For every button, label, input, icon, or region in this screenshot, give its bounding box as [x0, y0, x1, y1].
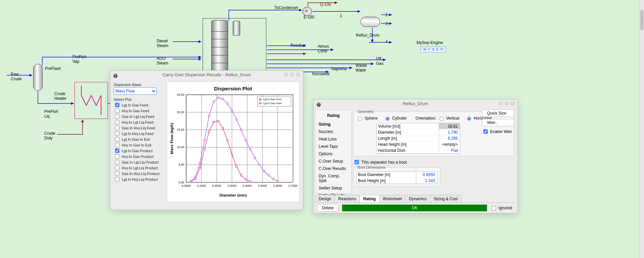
unit-preflash-label[interactable]: PreFlash	[45, 66, 61, 71]
svg-text:Lgt In Gas Feed: Lgt In Gas Feed	[263, 102, 282, 105]
nav-item[interactable]: Heat Loss	[315, 135, 352, 143]
stream-3[interactable]: 3	[385, 22, 388, 26]
plot-option[interactable]: Lgt.In Hvy.Liq.Feed	[114, 131, 164, 136]
tab[interactable]: Rating	[360, 195, 379, 203]
dialog-title-text: Carry Over Dispersion Results - Reflux_D…	[163, 72, 251, 77]
tab[interactable]: Sizing & Cost	[430, 195, 462, 203]
nav-item[interactable]: Nozzles	[315, 128, 352, 135]
delete-button[interactable]: Delete	[317, 204, 339, 212]
nav-item[interactable]: C.Over Results	[315, 165, 352, 172]
tab[interactable]: Design	[315, 195, 335, 203]
unit-e100[interactable]	[303, 7, 312, 16]
tab[interactable]: Reactions	[334, 195, 360, 203]
plot-option[interactable]: Hvy.In Gas Feed	[114, 108, 164, 114]
plot-option[interactable]: Gas In Lgt.Liq Product	[114, 159, 164, 165]
nav-item[interactable]: Level Taps	[315, 143, 352, 150]
shape-cylinder-radio[interactable]: Cylinder	[384, 116, 407, 121]
enable-weir-checkbox[interactable]: Enable Weir	[482, 128, 514, 135]
svg-rect-60	[245, 139, 247, 141]
nav-item[interactable]: Sizing	[315, 121, 352, 128]
boot-legend: Boot Dimensions	[356, 165, 387, 169]
svg-rect-63	[259, 164, 260, 166]
geometry-table[interactable]: Volume [m3]16.61Diameter [m]1.790Length …	[376, 123, 460, 154]
nav-item[interactable]: Options	[315, 150, 352, 158]
status-ok-bar: OK	[342, 205, 487, 211]
stream-to-condenser[interactable]: ToCondenser	[274, 5, 298, 10]
unit-mysep-engine-label[interactable]: MySep-Engine	[417, 40, 443, 45]
canvas-scrollbar[interactable]	[639, 0, 644, 258]
dispersion-basis-select[interactable]: Mass Flow	[114, 87, 157, 95]
ignored-checkbox[interactable]: Ignored	[490, 205, 512, 211]
plot-option[interactable]: Lgt In Gas to Exit	[114, 136, 164, 142]
weir-button[interactable]: Weir..	[482, 119, 514, 126]
svg-rect-74	[217, 120, 219, 122]
plot-option[interactable]: Gas In Hvy.Liq.Feed	[114, 125, 164, 131]
svg-rect-45	[186, 95, 293, 182]
stream-crude-duty[interactable]: Crude Duty	[44, 131, 55, 140]
plot-option[interactable]: Lgt In Hvy.Liq.Product	[114, 176, 164, 182]
svg-rect-50	[199, 162, 201, 164]
stream-kerosene[interactable]: Kerosene	[312, 72, 329, 76]
plot-option[interactable]: Hvy.In Lgt.Liq.Feed	[114, 119, 164, 125]
plot-option[interactable]: Gas In Hvy.Liq.Product	[114, 171, 164, 176]
unit-reflux-drum-label[interactable]: Reflux_Drum	[356, 33, 379, 38]
plot-option[interactable]: Hvy In Gas to Exit	[114, 142, 164, 148]
window-maximize[interactable]	[290, 73, 294, 77]
stream-ago-steam[interactable]: AGO Steam	[157, 56, 168, 66]
dialog-title[interactable]: 🅣 Reflux_Drum	[314, 99, 518, 108]
quick-size-button[interactable]: Quick Size	[482, 110, 514, 117]
unit-mysep-engine[interactable]: M Y S E P	[421, 46, 446, 52]
svg-text:25.00: 25.00	[177, 93, 184, 96]
window-maximize[interactable]	[505, 101, 509, 105]
plot-option[interactable]: Lgt.In Gas Feed	[114, 102, 164, 108]
reflux-drum-dialog[interactable]: 🅣 Reflux_Drum Rating SizingNozzlesHeat L…	[313, 99, 518, 213]
stream-off-gas[interactable]: Off Gas	[376, 56, 383, 66]
unit-column[interactable]	[211, 20, 228, 74]
svg-rect-64	[263, 170, 265, 172]
shape-sphere-radio[interactable]: Sphere	[356, 116, 378, 121]
has-boot-checkbox[interactable]: This separator has a boot	[353, 159, 514, 165]
svg-rect-57	[231, 110, 233, 112]
svg-text:15.00: 15.00	[177, 128, 184, 131]
nav-item[interactable]: Settler Setup	[315, 184, 352, 192]
unit-crude-heater[interactable]	[74, 82, 108, 119]
stream-atmos-cond[interactable]: Atmos Cond	[318, 44, 329, 53]
svg-rect-81	[250, 181, 251, 182]
unit-preflash[interactable]	[33, 64, 43, 91]
svg-rect-56	[226, 103, 228, 104]
stream-naphtha[interactable]: Naphtha	[331, 67, 346, 71]
nav-item[interactable]: C.Over Setup	[315, 158, 352, 165]
stream-2[interactable]: 2	[385, 12, 388, 17]
stream-q100[interactable]: Q-100	[320, 2, 331, 7]
unit-reflux-drum[interactable]	[361, 17, 380, 27]
stream-preflash-vap[interactable]: PreFlsh Vap	[72, 54, 86, 64]
stream-waste-water[interactable]: Waste Water	[356, 63, 367, 73]
stream-4[interactable]: 4	[385, 39, 388, 44]
stream-1[interactable]: 1	[340, 13, 342, 18]
stream-preflash-liq[interactable]: PreFlsh Liq	[44, 109, 58, 119]
dialog-title[interactable]: 🅣 Carry Over Dispersion Results - Reflux…	[110, 71, 303, 79]
boot-table[interactable]: Boot Diameter [m]0.8950Boot Height [m]1.…	[356, 171, 437, 184]
dispersion-results-dialog[interactable]: 🅣 Carry Over Dispersion Results - Reflux…	[110, 70, 303, 210]
window-minimize[interactable]	[499, 101, 503, 105]
unit-side-stripper[interactable]	[233, 21, 240, 36]
window-minimize[interactable]	[284, 73, 288, 77]
stream-residue[interactable]: Residue	[290, 43, 305, 48]
tab[interactable]: Worksheet	[379, 195, 406, 203]
plot-option[interactable]: Gas In Lgt.Liq.Feed	[114, 114, 164, 119]
svg-rect-58	[236, 119, 237, 120]
boot-group: Boot Dimensions Boot Diameter [m]0.8950B…	[353, 165, 440, 186]
nav-item[interactable]: Dyn. Comp. Split	[315, 172, 352, 184]
stream-raw-crude[interactable]: Raw Crude	[11, 72, 22, 81]
window-close[interactable]	[511, 101, 515, 105]
tab[interactable]: Dynamics	[405, 195, 430, 203]
stream-diesel-steam[interactable]: Diesel Steam	[157, 39, 168, 48]
orient-vertical-radio[interactable]: Vertical	[438, 116, 459, 121]
plot-option[interactable]: Lgt.In Gas Product	[114, 148, 164, 154]
dialog-title-text: Reflux_Drum	[403, 101, 428, 106]
plot-option[interactable]: Hvy.In Lgt.Liq Product	[114, 165, 164, 171]
dispersion-plot[interactable]: Dispersion Plot0.00000.10000.20000.30000…	[167, 81, 300, 202]
plot-option[interactable]: Hvy.In Gas Product	[114, 154, 164, 159]
unit-crude-heater-label[interactable]: Crude Heater	[54, 91, 66, 101]
window-close[interactable]	[296, 73, 300, 77]
